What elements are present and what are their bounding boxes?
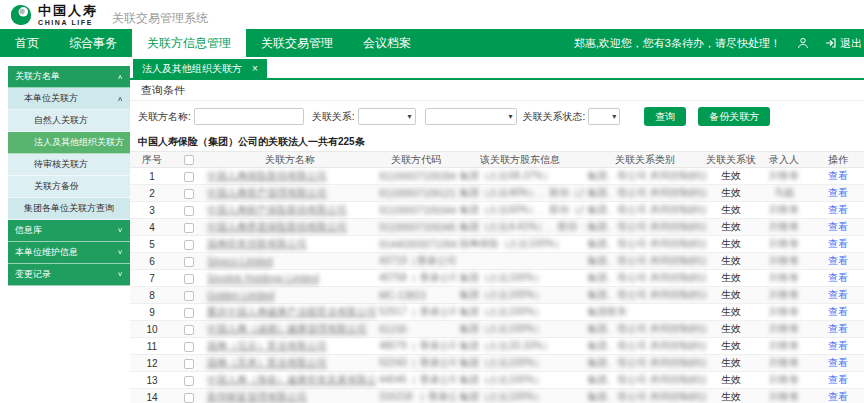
party-name-link[interactable]: 新华财富管理有限公司 <box>204 389 376 403</box>
party-name-link[interactable]: 中国人寿养老保险股份有限公司 <box>204 219 376 236</box>
sidebar-item-label: 信息库 <box>15 224 42 237</box>
party-name-link[interactable]: Sinolink Holdings Limited <box>204 270 376 287</box>
select-all-checkbox[interactable] <box>174 152 204 168</box>
table-row: 13中国人寿（海南）健康投资发展有限公司44045（ 香港公司注册证书 ）集团（… <box>130 372 864 389</box>
view-link[interactable]: 查看 <box>828 357 848 368</box>
row-checkbox[interactable] <box>184 172 194 182</box>
sidebar-item-6[interactable]: 集团各单位关联方查询 <box>8 198 130 220</box>
party-name-link[interactable]: 中国人寿保险股份有限公司 <box>204 168 376 185</box>
table-row: 4中国人寿养老保险股份有限公司91100007109345294集团（占比4.4… <box>130 219 864 236</box>
party-name-link[interactable]: 中国人寿（海南）健康投资发展有限公司 <box>204 372 376 389</box>
query-form: 关联方名称: 关联关系: ▾ ▾ 关联关系状态: ▾ 查询 备份关联方 <box>130 101 864 132</box>
user-icon[interactable] <box>797 37 809 49</box>
party-code: 43719（香港公司注册证书） <box>376 253 456 270</box>
view-link[interactable]: 查看 <box>828 170 848 181</box>
relation-status: 生效 <box>706 372 756 389</box>
sidebar-item-8[interactable]: 本单位维护信息∨ <box>8 242 130 264</box>
row-checkbox-cell <box>174 304 204 321</box>
sidebar-item-4[interactable]: 待审核关联方 <box>8 154 130 176</box>
chevron-down-icon: ∨ <box>117 227 123 234</box>
party-name-link[interactable]: 国寿（天津）置业有限公司 <box>204 355 376 372</box>
view-link[interactable]: 查看 <box>828 340 848 351</box>
logout-label: 退出 <box>840 36 862 51</box>
party-name-link[interactable]: 中国人寿财产保险股份有限公司 <box>204 202 376 219</box>
view-link[interactable]: 查看 <box>828 272 848 283</box>
view-link[interactable]: 查看 <box>828 187 848 198</box>
sidebar-item-3[interactable]: 法人及其他组织关联方 <box>8 132 130 154</box>
tab-legal-person-related-parties[interactable]: 法人及其他组织关联方 × <box>133 59 267 78</box>
party-name-link[interactable]: 中国人寿资产管理有限公司 <box>204 185 376 202</box>
column-header-5: 关联关系类别 <box>584 152 706 168</box>
sidebar-item-1[interactable]: 本单位关联方∧ <box>8 88 130 110</box>
party-name-link[interactable]: 国寿投资控股有限公司 <box>204 236 376 253</box>
party-name-link[interactable]: 中国人寿（成都）健康管理有限公司 <box>204 321 376 338</box>
row-checkbox[interactable] <box>184 308 194 318</box>
backup-related-party-button[interactable]: 备份关联方 <box>698 107 770 126</box>
view-link[interactable]: 查看 <box>828 289 848 300</box>
sidebar-item-5[interactable]: 关联方备份 <box>8 176 130 198</box>
row-number: 13 <box>130 372 174 389</box>
row-checkbox[interactable] <box>184 291 194 301</box>
view-link[interactable]: 查看 <box>828 238 848 249</box>
table-row: 9重庆中国人寿健康产业园置业有限公司52917（ 香港公司注册证书 ）集团（占比… <box>130 304 864 321</box>
tab-close-icon[interactable]: × <box>252 63 258 74</box>
row-checkbox[interactable] <box>184 359 194 369</box>
view-link[interactable]: 查看 <box>828 374 848 385</box>
row-checkbox[interactable] <box>184 393 194 403</box>
party-name-link[interactable]: 重庆中国人寿健康产业园置业有限公司 <box>204 304 376 321</box>
nav-item-3[interactable]: 关联交易管理 <box>246 29 348 57</box>
row-checkbox[interactable] <box>184 257 194 267</box>
relation-select-2[interactable]: ▾ <box>425 108 517 125</box>
view-link[interactable]: 查看 <box>828 204 848 215</box>
column-header-2: 关联方名称 <box>204 152 376 168</box>
shareholder-info: 集团（占比60%）、股份（占比40%） <box>456 202 584 219</box>
row-checkbox-cell <box>174 253 204 270</box>
party-name-link[interactable]: 国寿（北京）置业有限公司 <box>204 338 376 355</box>
row-checkbox[interactable] <box>184 223 194 233</box>
row-checkbox[interactable] <box>184 240 194 250</box>
row-number: 11 <box>130 338 174 355</box>
row-checkbox-cell <box>174 389 204 403</box>
sidebar-item-7[interactable]: 信息库∨ <box>8 220 130 242</box>
checkbox-icon[interactable] <box>184 155 194 165</box>
logout-button[interactable]: 退出 <box>825 36 862 51</box>
party-name-link[interactable]: Golden Limited <box>204 287 376 304</box>
row-checkbox-cell <box>174 168 204 185</box>
actions-cell: 查看 <box>812 287 864 304</box>
sidebar-item-9[interactable]: 变更记录∨ <box>8 264 130 286</box>
relation-select-1[interactable]: ▾ <box>358 108 416 125</box>
view-link[interactable]: 查看 <box>828 323 848 334</box>
relation-status: 生效 <box>706 338 756 355</box>
relation-type: 集团、母公司 共同控制的法人 <box>584 287 706 304</box>
view-link[interactable]: 查看 <box>828 306 848 317</box>
nav-item-0[interactable]: 首页 <box>0 29 54 57</box>
party-name-input[interactable] <box>194 108 304 125</box>
entry-person: 刘青青 <box>756 355 812 372</box>
relation-type: 集团、母公司 共同控制的法人 <box>584 168 706 185</box>
sidebar-item-2[interactable]: 自然人关联方 <box>8 110 130 132</box>
sidebar-item-0[interactable]: 关联方名单∧ <box>8 66 130 88</box>
nav-item-1[interactable]: 综合事务 <box>54 29 132 57</box>
row-checkbox[interactable] <box>184 189 194 199</box>
relation-type: 集团、母公司 共同控制的法人 <box>584 185 706 202</box>
row-number: 14 <box>130 389 174 403</box>
row-checkbox-cell <box>174 202 204 219</box>
row-checkbox[interactable] <box>184 206 194 216</box>
nav-item-4[interactable]: 会议档案 <box>348 29 426 57</box>
party-code: 911000071091210M <box>376 185 456 202</box>
view-link[interactable]: 查看 <box>828 391 848 402</box>
nav-right: 郑惠,欢迎您，您有3条待办，请尽快处理！ 退出 <box>574 29 864 57</box>
row-number: 2 <box>130 185 174 202</box>
view-link[interactable]: 查看 <box>828 255 848 266</box>
party-name-link[interactable]: Sinoco Limited <box>204 253 376 270</box>
row-checkbox[interactable] <box>184 342 194 352</box>
search-button[interactable]: 查询 <box>644 107 686 126</box>
row-checkbox[interactable] <box>184 274 194 284</box>
entry-person: 刘青青 <box>756 219 812 236</box>
view-link[interactable]: 查看 <box>828 221 848 232</box>
row-checkbox[interactable] <box>184 376 194 386</box>
row-checkbox[interactable] <box>184 325 194 335</box>
nav-item-2[interactable]: 关联方信息管理 <box>132 29 246 57</box>
relation-status-select[interactable]: ▾ <box>588 108 620 125</box>
relation-status: 生效 <box>706 236 756 253</box>
